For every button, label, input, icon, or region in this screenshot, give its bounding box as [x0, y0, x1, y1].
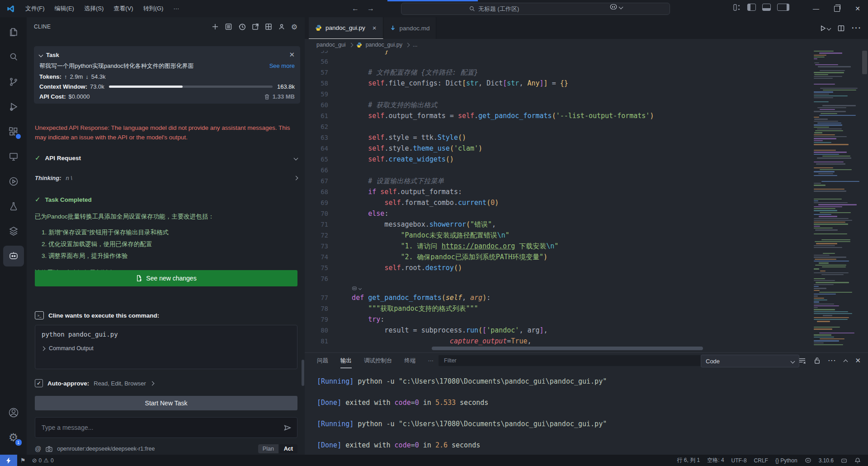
output-console[interactable]: [Running] python -u "c:\Users\17080\Docu… [305, 368, 868, 455]
indentation[interactable]: 空格: 4 [703, 455, 727, 466]
explorer-icon[interactable] [3, 22, 24, 43]
tab-label: pandoc_gui.py [326, 24, 365, 31]
code-line: 66 [305, 165, 808, 176]
cline-bar-icon[interactable] [837, 455, 851, 466]
close-tab-icon[interactable]: × [373, 24, 377, 32]
problems-status[interactable]: ⊘0 ⚠0 [29, 455, 57, 466]
unlock-icon[interactable] [814, 357, 821, 364]
table-icon[interactable] [265, 23, 272, 30]
new-task-icon[interactable] [212, 23, 219, 30]
camera-icon[interactable] [46, 446, 52, 452]
bottom-panel: 问题 输出 调试控制台 终端 ··· Code ··· [305, 352, 868, 455]
more-actions-icon[interactable]: ··· [852, 24, 862, 32]
python-version[interactable]: 3.10.6 [815, 455, 837, 466]
context-mention-icon[interactable]: @ [35, 445, 41, 452]
panel-tab-problems[interactable]: 问题 [317, 353, 328, 368]
menu-view[interactable]: 查看(V) [108, 3, 138, 14]
start-new-task-button[interactable]: Start New Task [35, 396, 297, 410]
run-circle-icon[interactable] [3, 171, 24, 192]
check-icon: ✓ [35, 154, 41, 162]
menu-selection[interactable]: 选择(S) [79, 3, 108, 14]
toggle-panel-icon[interactable] [762, 4, 771, 11]
toggle-sidebar-icon[interactable] [747, 4, 756, 11]
history-icon[interactable] [238, 23, 246, 31]
auto-approve-row[interactable]: ✓ Auto-approve: Read, Edit, Browser [35, 379, 297, 387]
cline-status-icon[interactable]: ⚑ [17, 455, 29, 466]
remote-explorer-icon[interactable] [3, 146, 24, 167]
menu-edit[interactable]: 编辑(E) [50, 3, 79, 14]
mcp-servers-icon[interactable] [225, 23, 232, 30]
search-view-icon[interactable] [3, 47, 24, 67]
thinking-row[interactable]: Thinking: n \ [35, 175, 297, 181]
task-collapse-chevron-icon[interactable] [39, 52, 43, 57]
tab-pandoc-gui-py[interactable]: pandoc_gui.py × [309, 17, 383, 39]
sidebar-scrollbar[interactable] [302, 360, 304, 386]
breadcrumb-folder[interactable]: pandoc_gui [316, 42, 346, 48]
code-editor[interactable]: 55 }5657 # 文件配置存储 {文件路径: 配置}58 self.file… [305, 51, 868, 352]
back-arrow-icon[interactable]: ← [352, 5, 359, 13]
message-input[interactable] [41, 423, 283, 432]
account-small-icon[interactable] [278, 23, 285, 30]
close-window-button[interactable]: ✕ [847, 0, 868, 17]
breadcrumb-file[interactable]: pandoc_gui.py [366, 42, 402, 48]
clear-output-icon[interactable] [798, 357, 806, 364]
source-control-icon[interactable] [3, 71, 24, 92]
run-python-file-button[interactable] [820, 25, 830, 32]
plan-toggle[interactable]: Plan [258, 444, 278, 453]
act-toggle[interactable]: Act [279, 444, 297, 453]
output-channel-select[interactable]: Code [701, 355, 799, 367]
editor-horizontal-scrollbar[interactable] [432, 347, 703, 350]
layers-icon[interactable] [3, 221, 24, 242]
chevron-down-icon[interactable] [294, 156, 298, 160]
maximize-panel-icon[interactable] [844, 359, 848, 364]
extensions-icon[interactable] [3, 121, 24, 142]
customize-layout-icon[interactable] [733, 4, 741, 11]
panel-tab-more[interactable]: ··· [428, 353, 434, 368]
tab-pandoc-md[interactable]: pandoc.md [383, 17, 437, 39]
notifications-bell-icon[interactable] [851, 455, 864, 466]
restore-button[interactable] [826, 0, 847, 17]
open-in-editor-icon[interactable] [252, 23, 259, 30]
see-new-changes-button[interactable]: See new changes [35, 270, 297, 286]
cline-icon[interactable] [3, 246, 24, 266]
settings-small-icon[interactable]: ⚙ [291, 23, 297, 31]
panel-more-icon[interactable]: ··· [828, 357, 837, 364]
encoding[interactable]: UTF-8 [728, 455, 750, 466]
panel-tab-output[interactable]: 输出 [340, 353, 352, 368]
menu-goto[interactable]: 转到(G) [138, 3, 169, 14]
settings-gear-icon[interactable]: ⚙1 [3, 427, 24, 448]
split-editor-icon[interactable] [838, 25, 844, 32]
minimize-button[interactable]: — [806, 0, 826, 17]
cursor-position[interactable]: 行 6, 列 1 [674, 455, 704, 466]
eol-sequence[interactable]: CRLF [750, 455, 772, 466]
model-id[interactable]: openrouter:deepseek/deepseek-r1:free [57, 446, 155, 452]
minimap[interactable] [813, 51, 861, 352]
copilot-menu[interactable] [609, 3, 623, 10]
account-icon[interactable] [3, 402, 24, 423]
task-close-icon[interactable]: ✕ [289, 51, 295, 59]
forward-arrow-icon[interactable]: → [367, 5, 374, 13]
trash-icon[interactable] [264, 94, 270, 100]
copilot-status-icon[interactable] [801, 455, 815, 466]
breadcrumb-symbol[interactable]: ... [413, 42, 417, 48]
remote-indicator[interactable] [0, 455, 17, 466]
close-panel-icon[interactable]: ✕ [855, 357, 861, 365]
toggle-secondary-sidebar-icon[interactable] [777, 4, 789, 11]
command-output-toggle[interactable]: Command Output [42, 345, 291, 352]
command-center-search[interactable]: 无标题 (工作区) [401, 3, 670, 15]
menu-more[interactable]: ··· [168, 3, 184, 14]
run-debug-icon[interactable] [3, 96, 24, 117]
api-request-row[interactable]: ✓ API Request [35, 154, 297, 162]
editor-vertical-scrollbar[interactable] [861, 51, 868, 352]
testing-flask-icon[interactable] [3, 196, 24, 217]
output-filter-input[interactable] [443, 357, 696, 364]
see-more-link[interactable]: See more [269, 62, 295, 69]
language-mode[interactable]: {} Python [772, 455, 801, 466]
codelens-ai-icon[interactable] [305, 284, 808, 292]
panel-tab-terminal[interactable]: 终端 [405, 353, 416, 368]
send-icon[interactable] [283, 424, 292, 432]
menu-file[interactable]: 文件(F) [20, 3, 50, 14]
panel-tab-debug-console[interactable]: 调试控制台 [364, 353, 392, 368]
chevron-right-icon[interactable] [294, 176, 298, 181]
auto-approve-checkbox[interactable]: ✓ [35, 379, 43, 387]
